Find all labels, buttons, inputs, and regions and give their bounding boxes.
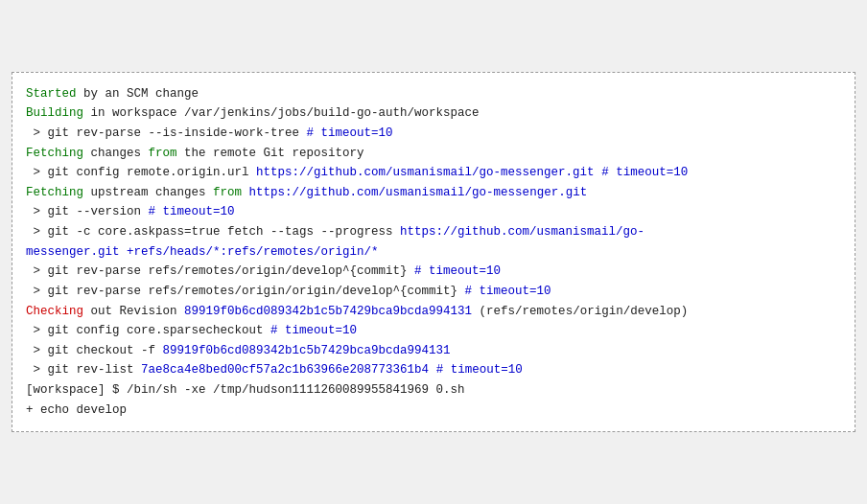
terminal-segment: (refs/remotes/origin/develop) bbox=[472, 305, 688, 318]
terminal-segment: 7ae8ca4e8bed00cf57a2c1b63966e208773361b4 bbox=[141, 363, 429, 377]
terminal-segment: # timeout=10 bbox=[270, 324, 357, 337]
terminal-segment: from bbox=[149, 147, 177, 160]
terminal-segment: in workspace /var/jenkins/jobs/build-go-… bbox=[83, 106, 480, 120]
terminal-line: messenger.git +refs/heads/*:refs/remotes… bbox=[26, 242, 841, 263]
terminal-segment: # timeout=10 bbox=[465, 285, 551, 298]
terminal-segment: https://github.com/usmanismail/go-messen… bbox=[256, 166, 595, 179]
terminal-line: > git config remote.origin.url https://g… bbox=[26, 163, 841, 183]
terminal-segment bbox=[595, 166, 602, 179]
terminal-line: > git -c core.askpass=true fetch --tags … bbox=[26, 222, 841, 242]
terminal-line: Fetching upstream changes from https://g… bbox=[26, 183, 841, 203]
terminal-segment: Checking bbox=[26, 305, 83, 318]
terminal-line: > git rev-parse refs/remotes/origin/deve… bbox=[26, 262, 841, 282]
terminal-segment: Fetching bbox=[26, 186, 83, 199]
terminal-segment: # timeout=10 bbox=[601, 166, 688, 179]
terminal-segment: > git config core.sparsecheckout bbox=[26, 324, 270, 337]
terminal-line: > git rev-parse --is-inside-work-tree # … bbox=[26, 124, 841, 144]
terminal-line: Checking out Revision 89919f0b6cd089342b… bbox=[26, 302, 841, 322]
terminal-segment: messenger.git +refs/heads/*:refs/remotes… bbox=[26, 245, 379, 259]
terminal-segment: the remote Git repository bbox=[177, 147, 364, 160]
terminal-segment: Building bbox=[26, 106, 83, 120]
terminal-segment: Fetching bbox=[26, 147, 83, 160]
terminal-segment: # timeout=10 bbox=[436, 363, 523, 377]
terminal-segment: by an SCM change bbox=[77, 87, 199, 101]
terminal-segment: # timeout=10 bbox=[149, 205, 235, 218]
terminal-segment: > git -c core.askpass=true fetch --tags … bbox=[26, 225, 400, 239]
terminal-segment: https://github.com/usmanismail/go- bbox=[400, 225, 644, 239]
terminal-line: Fetching changes from the remote Git rep… bbox=[26, 144, 841, 164]
terminal-container: Started by an SCM changeBuilding in work… bbox=[12, 72, 855, 433]
terminal-line: > git --version # timeout=10 bbox=[26, 202, 841, 222]
terminal-line: > git config core.sparsecheckout # timeo… bbox=[26, 321, 841, 341]
terminal-segment: > git rev-parse --is-inside-work-tree bbox=[26, 126, 307, 140]
terminal-segment: > git rev-list bbox=[26, 363, 141, 377]
terminal-output: Started by an SCM changeBuilding in work… bbox=[26, 84, 841, 421]
terminal-segment: > git config remote.origin.url bbox=[26, 166, 256, 179]
terminal-segment: 89919f0b6cd089342b1c5b7429bca9bcda994131 bbox=[163, 344, 451, 357]
terminal-segment: from bbox=[213, 186, 242, 199]
terminal-segment: # timeout=10 bbox=[307, 126, 393, 140]
terminal-segment: > git --version bbox=[26, 205, 149, 218]
terminal-line: > git rev-list 7ae8ca4e8bed00cf57a2c1b63… bbox=[26, 360, 841, 380]
terminal-segment: https://github.com/usmanismail/go-messen… bbox=[249, 186, 588, 199]
terminal-line: + echo develop bbox=[26, 401, 841, 421]
terminal-segment bbox=[242, 186, 249, 199]
terminal-line: Started by an SCM change bbox=[26, 84, 841, 104]
terminal-line: > git checkout -f 89919f0b6cd089342b1c5b… bbox=[26, 341, 841, 361]
terminal-segment: + echo develop bbox=[26, 403, 127, 417]
terminal-segment: changes bbox=[83, 147, 149, 160]
terminal-segment: > git rev-parse refs/remotes/origin/orig… bbox=[26, 285, 465, 298]
terminal-segment: upstream changes bbox=[83, 186, 213, 199]
terminal-line: [workspace] $ /bin/sh -xe /tmp/hudson111… bbox=[26, 380, 841, 401]
terminal-segment: # timeout=10 bbox=[414, 264, 501, 278]
terminal-segment: [workspace] $ /bin/sh -xe /tmp/hudson111… bbox=[26, 383, 465, 397]
terminal-segment bbox=[429, 363, 436, 377]
terminal-segment: > git checkout -f bbox=[26, 344, 163, 357]
terminal-segment: > git rev-parse refs/remotes/origin/deve… bbox=[26, 264, 414, 278]
terminal-line: > git rev-parse refs/remotes/origin/orig… bbox=[26, 282, 841, 302]
terminal-segment: Started bbox=[26, 87, 77, 101]
terminal-segment: 89919f0b6cd089342b1c5b7429bca9bcda994131 bbox=[184, 305, 472, 318]
terminal-line: Building in workspace /var/jenkins/jobs/… bbox=[26, 103, 841, 124]
terminal-segment: out Revision bbox=[83, 305, 184, 318]
